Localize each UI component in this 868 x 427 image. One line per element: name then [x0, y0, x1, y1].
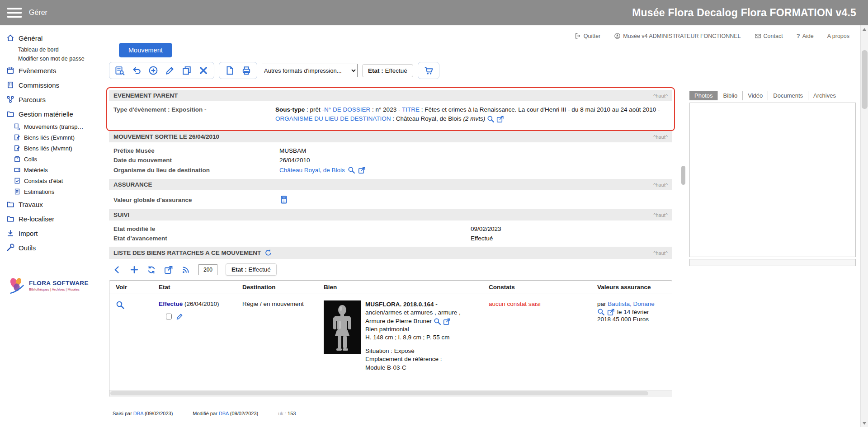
open-record-icon[interactable]: [358, 166, 366, 174]
sidebar-item-mouvements[interactable]: Mouvements (transp…: [0, 121, 97, 132]
search-icon[interactable]: [434, 318, 441, 325]
section-title: MOUVEMENT SORTIE LE 26/04/2010: [113, 133, 219, 140]
scrollbar-thumb[interactable]: [110, 391, 648, 395]
sidebar-item-label: Re-localiser: [19, 215, 54, 223]
import-icon: [6, 229, 14, 237]
sidebar-item-modifier-mot-de-passe[interactable]: Modifier son mot de passe: [0, 54, 97, 63]
page-scrollbar[interactable]: [860, 25, 868, 427]
print-icon[interactable]: [241, 66, 251, 75]
sidebar-item-label: Outils: [19, 244, 36, 252]
page-size-input[interactable]: [198, 264, 217, 275]
open-record-icon[interactable]: [496, 115, 504, 123]
duplicate-record-icon[interactable]: [182, 66, 192, 75]
modifie-user-link[interactable]: DBA: [219, 411, 229, 416]
user-account-link[interactable]: Musée v4 ADMINISTRATEUR FONCTIONNEL: [614, 33, 741, 39]
aide-link[interactable]: ? Aide: [797, 33, 814, 39]
add-record-icon[interactable]: [148, 66, 158, 75]
print-actions-group: [219, 62, 257, 79]
recycle-refresh-icon[interactable]: [147, 265, 156, 274]
sidebar-item-general[interactable]: Général: [0, 31, 97, 45]
top-links-bar: Quitter Musée v4 ADMINISTRATEUR FONCTION…: [97, 25, 860, 41]
sidebar-item-estimations[interactable]: Estimations: [0, 186, 97, 197]
sidebar-item-biens-lies-mvmnt[interactable]: Biens liés (Mvmnt): [0, 143, 97, 154]
sidebar-item-colis[interactable]: Colis: [0, 154, 97, 164]
bien-emplacement-label: Emplacement de référence :: [365, 355, 461, 363]
prefixe-value: MUSBAM: [279, 147, 306, 154]
haut-anchor-link[interactable]: ^haut^: [653, 93, 668, 99]
search-icon[interactable]: [348, 166, 355, 174]
view-item-search-icon[interactable]: [116, 300, 125, 310]
search-form-icon[interactable]: [115, 66, 125, 75]
add-item-icon[interactable]: [130, 265, 139, 274]
content-scrollbar[interactable]: [681, 86, 687, 427]
column-header-bien: Bien: [317, 284, 482, 291]
search-icon[interactable]: [487, 115, 495, 123]
assurance-montant: 2018 45 000 Euros: [597, 316, 670, 323]
previous-page-icon[interactable]: [113, 265, 122, 274]
edit-etat-pencil-icon[interactable]: [176, 313, 184, 320]
scroll-up-arrow[interactable]: [861, 25, 868, 33]
sidebar-item-commissions[interactable]: Commissions: [0, 78, 97, 92]
sidebar-item-outils[interactable]: Outils: [0, 240, 97, 255]
assurance-par-label: par: [597, 300, 608, 307]
sidebar-item-label: Constats d'état: [24, 178, 63, 184]
tab-biblio[interactable]: Biblio: [717, 91, 742, 100]
open-in-window-icon[interactable]: [164, 265, 173, 274]
armor-thumbnail-image[interactable]: [324, 300, 361, 354]
column-header-valeurs: Valeurs assurance: [591, 284, 670, 291]
sidebar-item-import[interactable]: Import: [0, 226, 97, 240]
cart-icon[interactable]: [424, 66, 434, 75]
quitter-link[interactable]: Quitter: [575, 33, 601, 39]
haut-anchor-link[interactable]: ^haut^: [653, 212, 668, 218]
tab-mouvement[interactable]: Mouvement: [119, 43, 172, 57]
sidebar-item-materiels[interactable]: Matériels: [0, 164, 97, 175]
sidebar-item-biens-lies-evnmnt[interactable]: Biens liés (Evnmnt): [0, 132, 97, 143]
scroll-down-arrow[interactable]: [861, 419, 868, 427]
tab-documents[interactable]: Documents: [768, 91, 808, 100]
haut-anchor-link[interactable]: ^haut^: [653, 250, 668, 256]
delete-record-icon[interactable]: [198, 66, 208, 75]
organisme-link[interactable]: ORGANISME DU LIEU DE DESTINATION: [275, 115, 391, 122]
tab-video[interactable]: Vidéo: [742, 91, 768, 100]
scrollbar-thumb[interactable]: [862, 50, 868, 109]
organisme-destination-link[interactable]: Château Royal, de Blois: [279, 167, 345, 174]
haut-anchor-link[interactable]: ^haut^: [653, 134, 668, 140]
sidebar-item-gestion-materielle[interactable]: Gestion matérielle: [0, 107, 97, 121]
tab-archives[interactable]: Archives: [808, 91, 841, 100]
feed-icon[interactable]: [181, 265, 190, 274]
print-format-select[interactable]: Autres formats d'impression...: [262, 64, 358, 77]
assurance-person-link[interactable]: Bautista, Doriane: [608, 300, 655, 307]
titre-link[interactable]: TITRE: [402, 106, 420, 113]
sidebar-item-evenements[interactable]: Evènements: [0, 63, 97, 78]
refresh-icon[interactable]: [264, 249, 272, 257]
edit-record-icon[interactable]: [165, 66, 175, 75]
saisi-user-link[interactable]: DBA: [133, 411, 143, 416]
photos-scroll-strip[interactable]: [689, 259, 856, 266]
field-prefixe-musee: Préfixe Musée MUSBAM: [109, 146, 672, 155]
contact-link[interactable]: Contact: [755, 33, 783, 39]
haut-anchor-link[interactable]: ^haut^: [653, 182, 668, 188]
undo-icon[interactable]: [132, 66, 142, 75]
scrollbar-thumb[interactable]: [681, 166, 685, 185]
hamburger-menu-icon[interactable]: [7, 8, 22, 18]
open-record-icon[interactable]: [443, 318, 451, 325]
sidebar-item-constats-etat[interactable]: Constats d'état: [0, 175, 97, 186]
menu-gerer-label[interactable]: Gérer: [29, 9, 47, 17]
tab-photos[interactable]: Photos: [689, 91, 717, 100]
a-propos-link[interactable]: A propos: [827, 33, 849, 39]
sidebar-item-tableau-de-bord[interactable]: Tableau de bord: [0, 45, 97, 54]
content: Mouvement: [97, 41, 681, 427]
sidebar-item-parcours[interactable]: Parcours: [0, 92, 97, 107]
new-document-icon[interactable]: [225, 66, 235, 75]
sidebar-item-travaux[interactable]: Travaux: [0, 197, 97, 211]
open-record-icon[interactable]: [607, 308, 615, 316]
titre-value: : Fêtes et crimes à la Renaissance. La c…: [420, 106, 660, 113]
row-select-checkbox[interactable]: [166, 314, 172, 319]
dossier-link[interactable]: N° DE DOSSIER: [324, 106, 370, 113]
uk-info: uk : 153: [278, 411, 296, 416]
sidebar-item-re-localiser[interactable]: Re-localiser: [0, 211, 97, 226]
search-icon[interactable]: [597, 308, 605, 316]
dossier-value: : n° 2023 -: [370, 106, 402, 113]
table-horizontal-scrollbar[interactable]: [109, 390, 672, 397]
calculator-icon[interactable]: [279, 195, 288, 204]
